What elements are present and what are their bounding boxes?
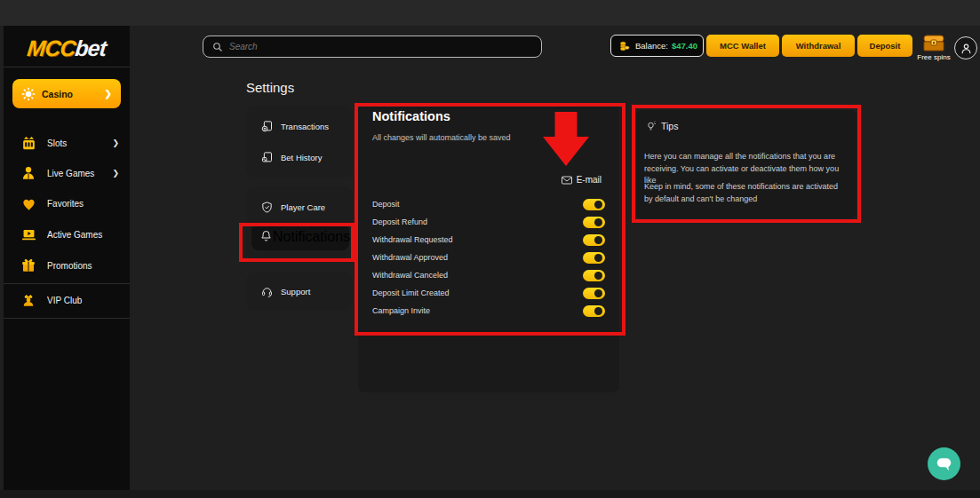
brand-logo[interactable]: MCCbet bbox=[2, 31, 131, 65]
sidebar-item-promotions[interactable]: Promotions bbox=[4, 252, 130, 279]
sidebar-item-vip-club[interactable]: VIP Club bbox=[4, 287, 130, 313]
app-root: MCCbet Casino ❯ bbox=[0, 0, 980, 498]
free-spins-label: Free spins bbox=[917, 53, 950, 61]
tips-panel: Tips Here you can manage all the notific… bbox=[636, 110, 857, 218]
notification-row-label: Deposit bbox=[372, 200, 400, 209]
sidebar-item-label: Slots bbox=[47, 138, 67, 148]
gift-icon bbox=[20, 257, 37, 274]
toggle-knob bbox=[594, 289, 602, 297]
email-column-header: E-mail bbox=[527, 175, 602, 185]
brand-logo-primary: MCC bbox=[26, 36, 76, 61]
brand-logo-secondary: bet bbox=[74, 36, 108, 61]
search-input[interactable] bbox=[229, 42, 514, 51]
live-games-icon bbox=[20, 164, 37, 182]
sidebar-item-label: Favorites bbox=[47, 199, 84, 209]
notification-row: Withdrawal Requested bbox=[372, 233, 605, 247]
sidebar-item-label: Promotions bbox=[47, 261, 92, 271]
sidebar-item-active-games[interactable]: Active Games bbox=[4, 221, 130, 248]
active-games-icon bbox=[20, 225, 37, 243]
player-care-icon bbox=[259, 201, 274, 215]
sidebar-item-label: VIP Club bbox=[47, 296, 82, 305]
tips-panel-header: Tips bbox=[646, 121, 678, 131]
deposit-button[interactable]: Deposit bbox=[857, 35, 912, 57]
envelope-icon bbox=[562, 176, 572, 185]
sidebar-item-label: Live Games bbox=[47, 169, 94, 178]
slots-icon bbox=[20, 134, 37, 152]
free-spins-button[interactable]: Free spins bbox=[915, 35, 952, 67]
page-title: Settings bbox=[246, 80, 294, 95]
email-toggle[interactable] bbox=[583, 199, 605, 210]
coins-icon bbox=[618, 40, 631, 52]
email-toggle[interactable] bbox=[583, 288, 605, 299]
sidebar-item-slots[interactable]: Slots ❯ bbox=[4, 130, 130, 156]
user-icon bbox=[960, 42, 973, 55]
notification-row: Deposit bbox=[372, 197, 605, 211]
sidebar-item-favorites[interactable]: Favorites bbox=[4, 190, 130, 217]
search-bar[interactable] bbox=[203, 36, 542, 58]
notification-row: Withdrawal Approved bbox=[372, 250, 605, 265]
notification-row-label: Withdrawal Requested bbox=[372, 235, 453, 244]
button-label: MCC Wallet bbox=[720, 41, 766, 51]
lightbulb-icon bbox=[646, 121, 657, 131]
sidebar-item-casino[interactable]: Casino ❯ bbox=[12, 79, 121, 108]
tips-paragraph: Keep in mind, some of these notification… bbox=[644, 181, 847, 205]
heart-icon bbox=[20, 194, 37, 212]
profile-avatar[interactable] bbox=[954, 36, 977, 59]
toggle-knob bbox=[594, 218, 602, 226]
settings-menu-group-1: Transactions Bet History bbox=[246, 106, 353, 178]
sidebar-item-live-games[interactable]: Live Games ❯ bbox=[4, 160, 130, 186]
email-column-label: E-mail bbox=[577, 175, 602, 185]
chat-icon bbox=[936, 456, 952, 471]
chevron-right-icon: ❯ bbox=[112, 138, 119, 147]
email-toggle[interactable] bbox=[583, 217, 605, 228]
toggle-knob bbox=[594, 254, 602, 262]
menu-item-transactions[interactable]: Transactions bbox=[246, 111, 353, 142]
menu-item-label: Transactions bbox=[281, 122, 329, 131]
menu-item-notifications-selected[interactable]: Notifications bbox=[251, 224, 349, 250]
live-chat-button[interactable] bbox=[928, 447, 960, 480]
toggle-knob bbox=[594, 272, 602, 280]
email-toggle[interactable] bbox=[583, 305, 605, 317]
menu-item-label: Notifications bbox=[273, 229, 350, 245]
email-toggle[interactable] bbox=[583, 234, 605, 246]
menu-item-player-care[interactable]: Player Care bbox=[246, 192, 353, 223]
settings-menu-group-3: Support bbox=[246, 273, 353, 311]
sun-icon bbox=[21, 87, 36, 101]
search-icon bbox=[212, 42, 223, 52]
withdrawal-button[interactable]: Withdrawal bbox=[782, 35, 855, 57]
notification-row-label: Withdrawal Approved bbox=[372, 253, 448, 262]
toggle-knob bbox=[594, 201, 602, 209]
divider bbox=[4, 283, 130, 284]
bet-history-icon bbox=[259, 151, 274, 165]
button-label: Withdrawal bbox=[796, 41, 841, 51]
notification-row: Campaign Invite bbox=[372, 304, 605, 318]
bottom-strip bbox=[0, 490, 980, 498]
transactions-icon bbox=[259, 120, 274, 134]
tips-panel-title: Tips bbox=[661, 121, 678, 131]
treasure-chest-icon bbox=[923, 35, 944, 51]
notification-row: Withdrawal Canceled bbox=[372, 268, 605, 282]
bell-icon bbox=[259, 229, 273, 246]
email-toggle[interactable] bbox=[583, 252, 605, 264]
notifications-panel-subtitle: All changes will automatically be saved bbox=[372, 133, 511, 142]
support-headset-icon bbox=[259, 285, 274, 299]
sidebar-item-label: Casino bbox=[42, 89, 73, 99]
balance-value: $47.40 bbox=[672, 41, 697, 51]
toggle-knob bbox=[594, 307, 602, 315]
sidebar: MCCbet Casino ❯ bbox=[4, 26, 130, 490]
balance-display[interactable]: Balance: $47.40 bbox=[610, 35, 704, 57]
menu-item-support[interactable]: Support bbox=[246, 276, 353, 307]
email-toggle[interactable] bbox=[583, 270, 605, 281]
divider bbox=[4, 318, 130, 319]
chevron-right-icon: ❯ bbox=[112, 169, 119, 178]
notification-row-label: Deposit Refund bbox=[372, 217, 427, 226]
divider bbox=[4, 67, 130, 67]
button-label: Deposit bbox=[870, 41, 901, 51]
chevron-right-icon: ❯ bbox=[105, 89, 112, 99]
notification-row-label: Campaign Invite bbox=[372, 306, 430, 315]
notification-row-label: Withdrawal Canceled bbox=[372, 271, 448, 280]
mcc-wallet-button[interactable]: MCC Wallet bbox=[706, 35, 779, 57]
menu-item-label: Bet History bbox=[281, 153, 322, 162]
menu-item-bet-history[interactable]: Bet History bbox=[246, 142, 353, 173]
notification-row: Deposit Refund bbox=[372, 215, 605, 229]
